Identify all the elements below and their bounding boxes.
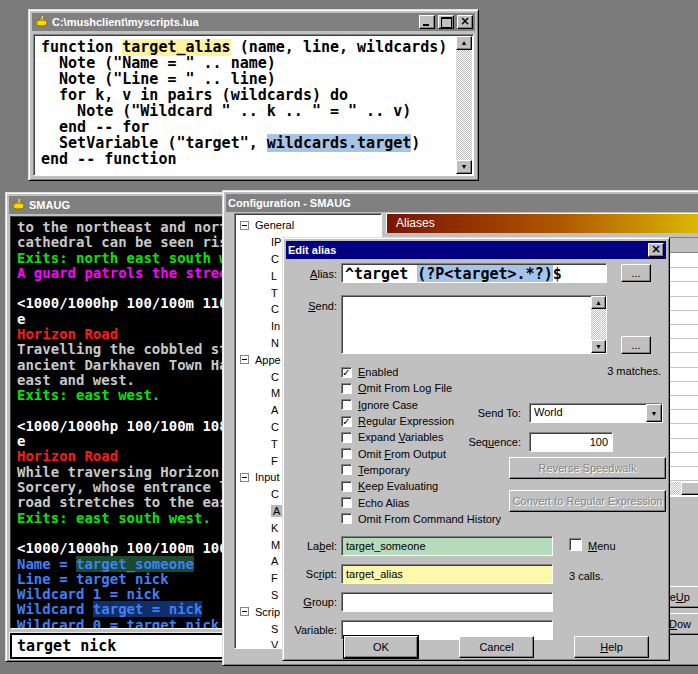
group-input[interactable] [341,592,553,612]
edit-alias-title: Edit alias [288,244,645,256]
checkbox[interactable] [341,448,352,459]
collapse-icon[interactable] [240,221,249,230]
send-to-dropdown[interactable]: World ▼ [529,403,663,423]
terminal-line: <1000/1000hp 100/100m 108/ [17,419,231,434]
checkbox[interactable]: ✓ [341,416,352,427]
maximize-icon[interactable] [438,15,454,29]
scroll-up-icon[interactable]: ▲ [591,296,606,309]
terminal-line: Wildcard 1 = nick [17,587,231,602]
checkbox-row[interactable]: Omit From Log File [341,380,541,396]
minimize-icon[interactable] [419,15,435,29]
alias-browse-button[interactable]: ... [621,264,651,282]
checkbox-label: Omit From Command History [358,513,501,525]
script-input[interactable]: target_alias [341,564,553,584]
scroll-thumb[interactable] [681,482,698,495]
collapse-icon[interactable] [240,607,249,616]
terminal-line: Name = target_someone [17,557,231,572]
close-icon[interactable] [648,243,664,257]
checkbox[interactable]: ✓ [341,367,352,378]
terminal-line: <1000/1000hp 100/100m 110/ [17,296,231,311]
alias-value-post: $ [553,265,562,283]
send-to-value: World [534,406,563,418]
checkbox-row[interactable]: ✓Enabled [341,364,541,380]
terminal-line: road stretches to the east [17,495,231,510]
mud-window-title: SMAUG [29,199,231,211]
mud-titlebar[interactable]: SMAUG [9,196,233,214]
code-editor[interactable]: function target_alias (name, line, wildc… [33,34,474,176]
checkbox-label: Omit From Output [358,448,446,460]
alias-input[interactable]: ^target (?P<target>.*?)$ [341,263,607,283]
mud-output[interactable]: to the northeast and northcathedral can … [10,216,232,629]
code-line: end -- for [41,119,452,135]
checkbox-label: Temporary [358,464,410,476]
checkbox[interactable] [341,513,352,524]
aliases-header: Aliases [386,213,698,233]
menu-checkbox[interactable] [569,538,582,551]
checkbox[interactable] [341,399,352,410]
checkbox-label: Expand Variables [358,431,443,443]
group-label: Group: [291,596,337,608]
scroll-down-icon[interactable]: ▼ [456,160,472,174]
tree-node[interactable]: General [240,217,381,234]
label-label: Label: [291,540,337,552]
alias-value-pre: ^target [345,265,417,283]
code-line: SetVariable ("target", wildcards.target) [41,135,452,151]
reverse-speedwalk-button: Reverse Speedwalk [509,457,666,479]
edit-alias-titlebar[interactable]: Edit alias [286,241,666,259]
script-editor-window: C:\mushclient\myscripts.lua function tar… [28,9,479,181]
terminal-line [17,404,231,419]
ok-button[interactable]: OK [344,636,418,658]
checkbox[interactable] [341,432,352,443]
configuration-title: Configuration - SMAUG [228,197,698,209]
checkbox[interactable] [341,481,352,492]
send-scrollbar[interactable]: ▲ ▼ [591,296,606,353]
terminal-line: Wildcard 0 = target nick [17,618,231,629]
checkbox[interactable] [341,464,352,475]
matches-note: 3 matches. [543,365,661,377]
terminal-line: cathedral can be seen risi [17,235,231,250]
sequence-input[interactable]: 100 [529,432,613,452]
checkbox-label: Echo Alias [358,497,409,509]
code-line: end -- function [41,151,452,167]
help-button[interactable]: Help [574,636,649,658]
code-scrollbar[interactable]: ▲ ▼ [456,36,472,174]
configuration-titlebar[interactable]: Configuration - SMAUG [226,194,698,212]
scroll-up-icon[interactable]: ▲ [456,36,472,50]
script-editor-titlebar[interactable]: C:\mushclient\myscripts.lua [32,13,475,31]
terminal-line: Travelling the cobbled str [17,342,231,357]
collapse-icon[interactable] [240,355,249,364]
terminal-line: ancient Darkhaven Town Hal [17,358,231,373]
mushclient-lamp-icon [11,198,26,212]
desktop: { "script_editor": { "title": "C:\\mushc… [0,0,698,674]
code-line: function target_alias (name, line, wildc… [41,39,452,55]
code-line: Note ("Line = " .. line) [41,71,452,87]
send-browse-button[interactable]: ... [621,336,651,354]
send-label: Send: [291,300,337,312]
checkbox-row[interactable]: Omit From Command History [341,511,541,527]
script-label: Script: [291,568,337,580]
terminal-line: to the northeast and north [17,220,231,235]
terminal-line: east and west. [17,373,231,388]
checkbox[interactable] [341,497,352,508]
code-area[interactable]: function target_alias (name, line, wildc… [41,39,452,173]
cancel-button[interactable]: Cancel [459,636,534,658]
chevron-down-icon[interactable]: ▼ [646,404,662,422]
command-input[interactable]: target nick [10,633,232,659]
menu-label: Menu [588,540,616,552]
script-editor-title: C:\mushclient\myscripts.lua [52,16,416,28]
scroll-down-icon[interactable]: ▼ [591,340,606,353]
code-line: Note ("Name = " .. name) [41,55,452,71]
close-icon[interactable] [457,15,473,29]
variable-label: Variable: [291,624,337,636]
label-input[interactable]: target_someone [341,536,553,556]
checkbox-label: Keep Evaluating [358,480,438,492]
terminal-line: Sorcery, whose entrance li [17,480,231,495]
terminal-line: e [17,434,231,449]
terminal-line: Line = target nick [17,572,231,587]
send-textarea[interactable]: ▲ ▼ [341,295,607,354]
mud-window: SMAUG to the northeast and northcathedra… [5,192,237,662]
terminal-line: Exits: east south west. [17,511,231,526]
collapse-icon[interactable] [240,473,249,482]
checkbox[interactable] [341,383,352,394]
terminal-line: Horizon Road [17,449,231,464]
